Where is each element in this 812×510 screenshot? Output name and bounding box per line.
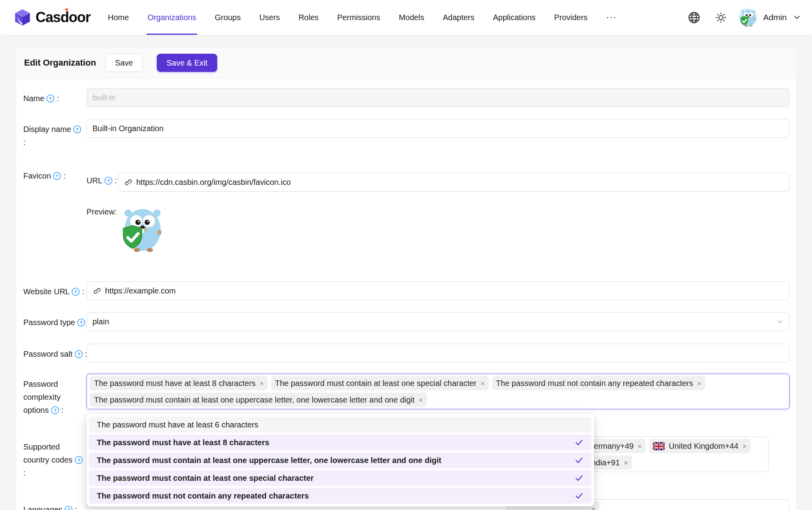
edit-organization-panel: Edit Organization Save Save & Exit Name?… [16,47,796,510]
save-button[interactable]: Save [105,54,143,72]
logo-star-icon: ★ [64,6,69,13]
complexity-tag: The password must contain at least one u… [90,393,427,407]
country-tag-united-kingdom: United Kingdom+44 × [649,439,750,453]
tag-close-icon[interactable]: × [697,380,701,387]
edit-organization-form: Name? : built-in Display name? : Built-i… [16,79,796,510]
help-icon[interactable]: ? [51,406,59,414]
user-avatar[interactable] [739,8,757,27]
password-complexity-dropdown: The password must have at least 6 charac… [86,414,594,506]
password-complexity-label: Password complexity options? : [23,374,86,417]
password-type-label: Password type? : [23,312,93,329]
casdoor-cube-icon [13,8,32,26]
language-globe-icon[interactable] [688,11,700,24]
svg-text:?: ? [53,408,56,413]
nav-item-roles[interactable]: Roles [299,0,319,35]
favicon-preview-label: Preview: [86,204,118,216]
nav-item-users[interactable]: Users [259,0,280,35]
nav-item-permissions[interactable]: Permissions [337,0,380,35]
select-chevron-down-icon [776,318,784,325]
nav-item-organizations[interactable]: Organizations [147,0,196,35]
row-website-url: Website URL? : https://example.com [23,281,789,300]
svg-text:?: ? [80,320,83,326]
brand-name: Casdoor [36,9,90,26]
united-kingdom-flag-icon [653,442,665,450]
tag-close-icon[interactable]: × [637,442,642,450]
website-url-input[interactable]: https://example.com [86,281,789,300]
password-type-select[interactable]: plain [86,312,789,331]
country-codes-label: Supported country codes? : [23,437,86,480]
help-icon[interactable]: ? [75,456,83,464]
svg-text:?: ? [107,178,110,184]
nav-item-providers[interactable]: Providers [554,0,587,35]
name-label: Name? : [23,88,86,105]
languages-label: Languages? : [23,499,86,510]
row-password-salt: Password salt? : [23,344,789,363]
help-icon[interactable]: ? [77,318,85,327]
dropdown-option[interactable]: The password must contain at least one s… [89,470,592,486]
dropdown-option[interactable]: The password must have at least 8 charac… [89,435,592,450]
svg-text:?: ? [49,96,52,102]
website-url-label: Website URL? : [23,281,86,298]
display-name-label: Display name? : [23,119,86,149]
tag-close-icon[interactable]: × [624,459,628,467]
row-display-name: Display name? : Built-in Organization [23,119,789,149]
row-password-complexity: Password complexity options? : The passw… [23,374,789,417]
theme-light-icon[interactable] [715,12,727,23]
row-name: Name? : built-in [23,88,789,107]
help-icon[interactable]: ? [71,288,80,296]
page-title: Edit Organization [24,58,96,68]
svg-text:?: ? [56,173,58,179]
save-and-exit-button[interactable]: Save & Exit [157,54,217,72]
tag-close-icon[interactable]: × [259,380,264,387]
nav-item-models[interactable]: Models [399,0,424,35]
casdoor-logo[interactable]: Casdoor ★ [13,8,90,26]
checkmark-icon [574,438,584,447]
checkmark-icon [574,455,584,465]
account-chevron-down-icon[interactable] [793,13,801,21]
checkmark-icon [574,473,584,483]
complexity-tag: The password must contain at least one s… [271,376,489,390]
favicon-label: Favicon? : [23,166,86,183]
top-navbar: Casdoor ★ Home Organizations Groups User… [0,0,812,35]
svg-text:?: ? [67,507,70,510]
help-icon[interactable]: ? [73,125,81,134]
name-input[interactable]: built-in [86,88,789,107]
help-icon[interactable]: ? [64,506,73,510]
checkmark-icon [574,491,584,501]
favicon-url-label: URL? : [86,173,118,185]
favicon-preview-image [118,204,166,253]
account-name[interactable]: Admin [763,13,787,22]
nav-item-home[interactable]: Home [108,0,129,35]
password-salt-input[interactable] [86,344,789,363]
tag-close-icon[interactable]: × [480,380,485,387]
casdoor-app: Casdoor ★ Home Organizations Groups User… [0,0,812,510]
link-icon [92,286,102,295]
nav-item-groups[interactable]: Groups [215,0,241,35]
tag-close-icon[interactable]: × [419,396,423,404]
help-icon[interactable]: ? [53,172,61,180]
svg-text:?: ? [74,289,77,295]
complexity-tag: The password must not contain any repeat… [492,376,705,390]
help-icon[interactable]: ? [75,350,83,358]
favicon-url-input[interactable]: https://cdn.casbin.org/img/casbin/favico… [118,173,789,192]
svg-text:?: ? [76,127,79,132]
svg-text:?: ? [77,457,80,463]
help-icon[interactable]: ? [46,94,55,103]
display-name-input[interactable]: Built-in Organization [86,119,789,138]
main-nav: Home Organizations Groups Users Roles Pe… [108,0,617,35]
tag-close-icon[interactable]: × [742,442,747,450]
favicon-url-row: URL? : https://cdn.casbin.org/img/casbin… [86,173,789,192]
dropdown-option[interactable]: The password must have at least 6 charac… [89,417,592,433]
help-icon[interactable]: ? [104,177,113,185]
password-complexity-multiselect[interactable]: The password must have at least 8 charac… [86,374,789,409]
favicon-preview-row: Preview: [86,204,789,253]
complexity-tag: The password must have at least 8 charac… [90,376,268,390]
dropdown-option[interactable]: The password must contain at least one u… [89,452,592,468]
nav-item-applications[interactable]: Applications [493,0,536,35]
row-favicon: Favicon? : URL? : https [23,166,789,253]
nav-overflow-ellipsis[interactable]: ··· [606,12,617,23]
dropdown-option[interactable]: The password must not contain any repeat… [89,488,592,504]
nav-item-adapters[interactable]: Adapters [443,0,474,35]
link-icon [124,178,133,187]
header-right-cluster: Admin [688,8,801,27]
